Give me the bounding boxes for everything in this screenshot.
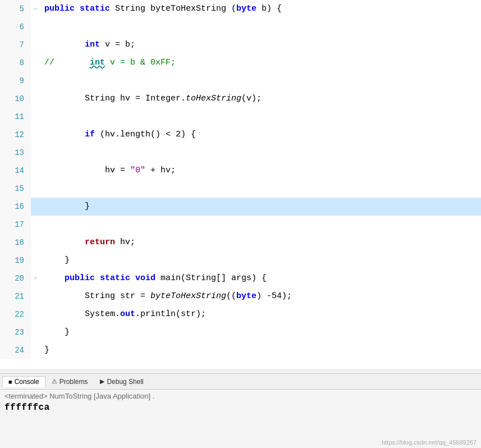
line-content-19: } bbox=[40, 252, 70, 269]
code-lines: 5 ◦ public static String byteToHexString… bbox=[0, 0, 481, 373]
code-line-7: 7 int v = b; bbox=[0, 36, 481, 54]
console-output-text: ffffffca bbox=[4, 403, 477, 413]
line-content-16: } bbox=[40, 198, 90, 216]
code-line-6: 6 bbox=[0, 18, 481, 36]
code-line-17: 17 bbox=[0, 216, 481, 234]
line-content-24: } bbox=[40, 341, 49, 359]
code-line-11: 11 bbox=[0, 108, 481, 126]
line-number-14: 14 bbox=[0, 162, 31, 180]
console-terminated-text: <terminated> NumToString [Java Applicati… bbox=[4, 392, 477, 400]
tab-problems[interactable]: ⚠ Problems bbox=[45, 376, 94, 387]
horizontal-scrollbar[interactable] bbox=[0, 369, 481, 373]
line-content-23: } bbox=[40, 323, 70, 341]
code-line-19: 19 } bbox=[0, 252, 481, 269]
line-content-22: System.out.println(str); bbox=[40, 305, 206, 323]
tab-problems-label: Problems bbox=[59, 378, 88, 386]
console-icon: ■ bbox=[8, 378, 12, 385]
line-number-23: 23 bbox=[0, 323, 31, 341]
problems-icon: ⚠ bbox=[52, 378, 57, 385]
code-line-9: 9 bbox=[0, 72, 481, 90]
line-number-20: 20 bbox=[0, 269, 31, 287]
tab-debug-label: Debug Shell bbox=[107, 378, 143, 386]
line-number-6: 6 bbox=[0, 18, 31, 36]
line-content-20: public static void main(String[] args) { bbox=[40, 269, 267, 287]
code-line-15: 15 bbox=[0, 180, 481, 198]
code-line-21: 21 String str = byteToHexString((byte) -… bbox=[0, 287, 481, 305]
line-number-17: 17 bbox=[0, 216, 31, 234]
line-number-10: 10 bbox=[0, 90, 31, 108]
code-line-16: 16 } bbox=[0, 198, 481, 216]
line-number-11: 11 bbox=[0, 108, 31, 126]
code-line-8: 8 // int v = b & 0xFF; bbox=[0, 54, 481, 72]
line-number-19: 19 bbox=[0, 252, 31, 269]
line-number-21: 21 bbox=[0, 287, 31, 305]
tab-debug-shell[interactable]: ▶ Debug Shell bbox=[94, 376, 149, 387]
line-number-15: 15 bbox=[0, 180, 31, 198]
code-line-12: 12 if (hv.length() < 2) { bbox=[0, 126, 481, 144]
console-panel: ■ Console ⚠ Problems ▶ Debug Shell <term… bbox=[0, 373, 481, 448]
console-tabs-bar: ■ Console ⚠ Problems ▶ Debug Shell bbox=[0, 374, 481, 390]
fold-20[interactable]: ◦ bbox=[31, 269, 40, 287]
line-number-16: 16 bbox=[0, 198, 31, 216]
line-number-13: 13 bbox=[0, 144, 31, 162]
line-content-21: String str = byteToHexString((byte) -54)… bbox=[40, 287, 292, 305]
code-line-23: 23 } bbox=[0, 323, 481, 341]
line-number-12: 12 bbox=[0, 126, 31, 144]
tab-console-label: Console bbox=[15, 378, 39, 386]
code-line-14: 14 hv = "0" + hv; bbox=[0, 162, 481, 180]
line-number-5: 5 bbox=[0, 0, 31, 18]
line-number-7: 7 bbox=[0, 36, 31, 54]
code-line-5: 5 ◦ public static String byteToHexString… bbox=[0, 0, 481, 18]
code-line-18: 18 return hv; bbox=[0, 234, 481, 252]
line-content-5: public static String byteToHexString (by… bbox=[40, 0, 282, 18]
code-line-10: 10 String hv = Integer.toHexString(v); bbox=[0, 90, 481, 108]
code-line-22: 22 System.out.println(str); bbox=[0, 305, 481, 323]
line-content-12: if (hv.length() < 2) { bbox=[40, 126, 196, 144]
line-number-22: 22 bbox=[0, 305, 31, 323]
line-content-7: int v = b; bbox=[40, 36, 135, 54]
line-number-8: 8 bbox=[0, 54, 31, 72]
code-line-13: 13 bbox=[0, 144, 481, 162]
line-number-18: 18 bbox=[0, 234, 31, 252]
line-number-9: 9 bbox=[0, 72, 31, 90]
line-content-14: hv = "0" + hv; bbox=[40, 162, 176, 180]
line-number-24: 24 bbox=[0, 341, 31, 359]
debug-icon: ▶ bbox=[100, 378, 104, 385]
watermark-text: https://blog.csdn.net/qq_45689267 bbox=[382, 439, 477, 446]
fold-5[interactable]: ◦ bbox=[31, 0, 40, 18]
line-content-18: return hv; bbox=[40, 234, 135, 252]
code-line-24: 24 } bbox=[0, 341, 481, 359]
line-content-10: String hv = Integer.toHexString(v); bbox=[40, 90, 262, 108]
code-line-20: 20 ◦ public static void main(String[] ar… bbox=[0, 269, 481, 287]
tab-console[interactable]: ■ Console bbox=[2, 376, 45, 387]
code-editor: 5 ◦ public static String byteToHexString… bbox=[0, 0, 481, 373]
line-content-8: // int v = b & 0xFF; bbox=[40, 54, 176, 72]
